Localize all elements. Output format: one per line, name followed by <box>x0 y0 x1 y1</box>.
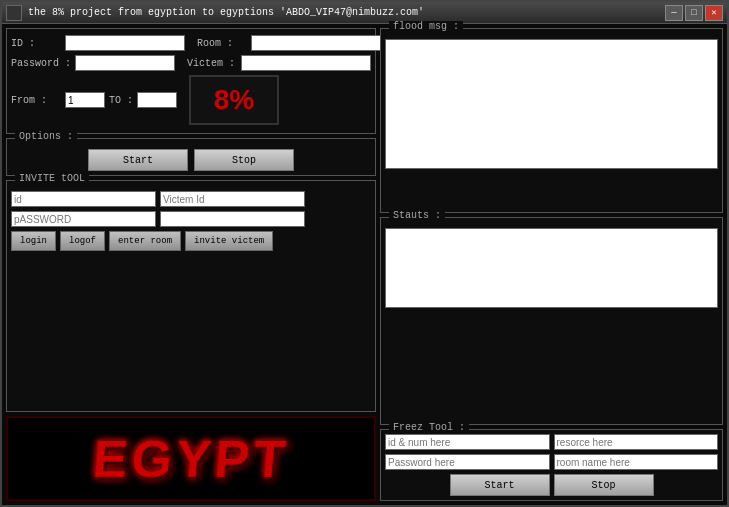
stop-button[interactable]: Stop <box>194 149 294 171</box>
login-group: ID : Room : Password : Victem : From : T… <box>6 28 376 134</box>
to-label: TO : <box>109 95 133 106</box>
stauts-group: Stauts : <box>380 217 723 425</box>
start-button[interactable]: Start <box>88 149 188 171</box>
close-button[interactable]: ✕ <box>705 5 723 21</box>
logoff-button[interactable]: logof <box>60 231 105 251</box>
egypt-logo: EGYPT <box>6 416 376 501</box>
invite-password-input[interactable] <box>11 211 156 227</box>
freez-btn-row: Start Stop <box>385 474 718 496</box>
minimize-button[interactable]: — <box>665 5 683 21</box>
egypt-text: EGYPT <box>90 429 292 489</box>
from-input[interactable] <box>65 92 105 108</box>
freez-id-input[interactable] <box>385 434 550 450</box>
flood-label: flood msg : <box>389 21 463 32</box>
stauts-textarea[interactable] <box>385 228 718 308</box>
freez-group: Freez Tool : Start Stop <box>380 429 723 501</box>
freez-room-input[interactable] <box>554 454 719 470</box>
id-input[interactable] <box>65 35 185 51</box>
options-label: Options : <box>15 131 77 142</box>
logo-container: 8% <box>189 75 279 125</box>
freez-row1 <box>385 434 718 450</box>
password-row: Password : Victem : <box>11 55 371 71</box>
invite-btn-row: login logof enter room invite victem <box>11 231 371 251</box>
freez-start-button[interactable]: Start <box>450 474 550 496</box>
freez-row2 <box>385 454 718 470</box>
invite-input-row2 <box>11 211 371 227</box>
password-label: Password : <box>11 58 71 69</box>
room-label: Room : <box>197 38 247 49</box>
id-label: ID : <box>11 38 61 49</box>
from-to-row: From : TO : 8% <box>11 75 371 125</box>
freez-stop-button[interactable]: Stop <box>554 474 654 496</box>
options-group: Options : Start Stop <box>6 138 376 176</box>
main-content: ID : Room : Password : Victem : From : T… <box>2 24 727 505</box>
invite-group: INVITE tOOL login logof enter room invit… <box>6 180 376 412</box>
main-window: the 8% project from egyption to egyption… <box>0 0 729 507</box>
title-bar: the 8% project from egyption to egyption… <box>2 2 727 24</box>
invite-victem-button[interactable]: invite victem <box>185 231 273 251</box>
logo-8pct: 8% <box>214 84 254 116</box>
maximize-button[interactable]: □ <box>685 5 703 21</box>
victim-input[interactable] <box>241 55 371 71</box>
window-icon <box>6 5 22 21</box>
flood-textarea[interactable] <box>385 39 718 169</box>
id-row: ID : Room : <box>11 35 371 51</box>
stauts-label: Stauts : <box>389 210 445 221</box>
login-button[interactable]: login <box>11 231 56 251</box>
invite-label: INVITE tOOL <box>15 173 89 184</box>
invite-extra-input[interactable] <box>160 211 305 227</box>
freez-password-input[interactable] <box>385 454 550 470</box>
window-title: the 8% project from egyption to egyption… <box>24 7 665 18</box>
invite-victim-id-input[interactable] <box>160 191 305 207</box>
options-btn-row: Start Stop <box>11 149 371 171</box>
to-input[interactable] <box>137 92 177 108</box>
invite-id-input[interactable] <box>11 191 156 207</box>
freez-label: Freez Tool : <box>389 422 469 433</box>
left-panel: ID : Room : Password : Victem : From : T… <box>6 28 376 501</box>
enter-room-button[interactable]: enter room <box>109 231 181 251</box>
from-label: From : <box>11 95 61 106</box>
invite-input-row1 <box>11 191 371 207</box>
right-panel: flood msg : Stauts : Freez Tool : <box>380 28 723 501</box>
window-controls: — □ ✕ <box>665 5 723 21</box>
freez-resorce-input[interactable] <box>554 434 719 450</box>
password-input[interactable] <box>75 55 175 71</box>
victim-label: Victem : <box>187 58 237 69</box>
flood-group: flood msg : <box>380 28 723 213</box>
room-input[interactable] <box>251 35 381 51</box>
